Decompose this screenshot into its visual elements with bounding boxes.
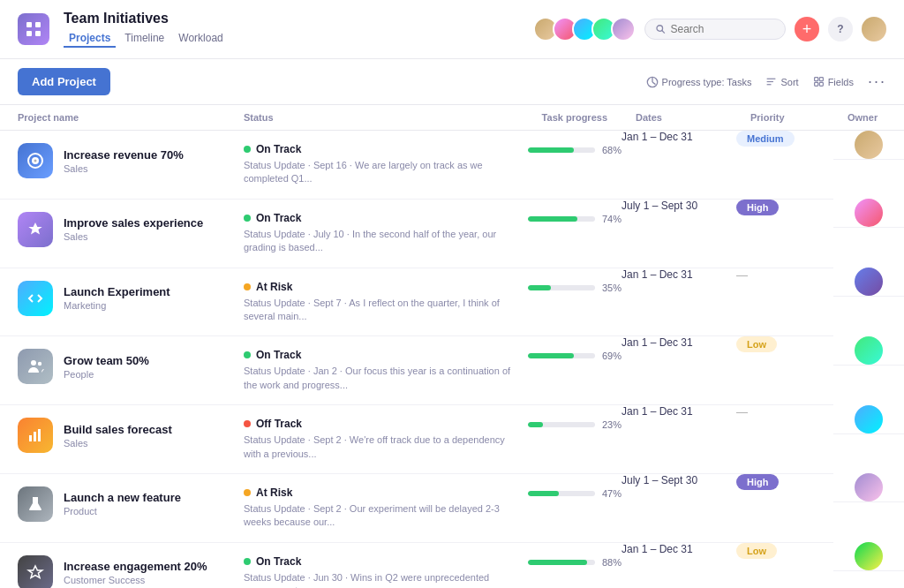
status-update-0: Status Update · Sept 16 · We are largely… [244, 159, 514, 186]
sort-icon [765, 76, 777, 87]
project-cell-3: Grow team 50% People [0, 336, 230, 405]
project-info-4: Build sales forecast Sales [64, 423, 172, 449]
project-cell-5: Launch a new feature Product [0, 473, 230, 542]
project-info-5: Launch a new feature Product [64, 491, 181, 516]
table-row[interactable]: Launch Experiment Marketing At Risk Stat… [0, 268, 904, 336]
toolbar-right: Progress type: Tasks Sort Fields ··· [646, 72, 886, 91]
status-update-1: Status Update · July 10 · In the second … [244, 228, 514, 255]
owner-cell-1 [833, 199, 904, 228]
table-row[interactable]: Increase engagement 20% Customer Success… [0, 542, 904, 588]
progress-pct-5: 47% [602, 488, 622, 499]
owner-avatar-3 [855, 336, 883, 365]
app-title: Team Initiatives [64, 11, 519, 26]
nav-timeline[interactable]: Timeline [119, 30, 170, 48]
progress-bar-bg-2 [528, 285, 595, 290]
svg-rect-20 [34, 432, 36, 441]
fields-label: Fields [828, 77, 854, 87]
project-name-3: Grow team 50% [64, 354, 149, 367]
col-dates: Dates [622, 105, 736, 131]
nav-workload[interactable]: Workload [173, 30, 228, 48]
main-nav: Projects Timeline Workload [64, 30, 519, 48]
search-input[interactable] [671, 23, 774, 35]
col-project-name: Project name [0, 105, 230, 131]
status-dot-6 [244, 558, 251, 565]
project-info-3: Grow team 50% People [64, 354, 149, 380]
priority-badge: High [736, 474, 779, 490]
svg-point-17 [31, 360, 36, 366]
add-button[interactable]: + [795, 17, 819, 41]
table-row[interactable]: Increase revenue 70% Sales On Track Stat… [0, 131, 904, 200]
priority-badge: High [736, 200, 779, 215]
status-badge-1: On Track [244, 212, 514, 224]
owner-avatar-1 [855, 199, 883, 227]
user-avatar[interactable] [862, 17, 886, 41]
progress-bar-fill-0 [528, 147, 574, 153]
nav-projects[interactable]: Projects [64, 30, 116, 48]
fields-action[interactable]: Fields [813, 76, 854, 87]
status-dot-2 [244, 283, 251, 290]
progress-bar-bg-5 [528, 491, 595, 496]
table-row[interactable]: Launch a new feature Product At Risk Sta… [0, 473, 904, 542]
project-cell-1: Improve sales experience Sales [0, 199, 230, 268]
dates-cell-6: Jan 1 – Dec 31 [622, 542, 736, 588]
project-name-5: Launch a new feature [64, 491, 181, 504]
owner-cell-6 [833, 542, 904, 571]
sort-action[interactable]: Sort [765, 76, 798, 87]
owner-avatar-6 [855, 542, 883, 570]
project-info-0: Increase revenue 70% Sales [64, 148, 184, 174]
table-row[interactable]: Improve sales experience Sales On Track … [0, 199, 904, 268]
projects-table: Project name Status Task progress Dates … [0, 105, 904, 588]
project-cell-6: Increase engagement 20% Customer Success [0, 542, 230, 588]
owner-avatar-5 [855, 473, 883, 501]
project-team-4: Sales [64, 438, 172, 449]
svg-line-5 [662, 30, 665, 33]
col-owner: Owner [833, 105, 904, 131]
progress-cell-3: 69% [528, 336, 622, 405]
status-badge-0: On Track [244, 143, 514, 155]
team-avatars [533, 17, 636, 41]
col-task-progress: Task progress [528, 105, 622, 131]
owner-cell-5 [833, 473, 904, 502]
header-right: + ? [533, 17, 886, 41]
status-text-3: On Track [256, 349, 301, 361]
priority-dash: — [736, 405, 748, 418]
project-team-5: Product [64, 506, 181, 516]
status-cell-5: At Risk Status Update · Sept 2 · Our exp… [230, 473, 528, 542]
owner-avatar-0 [855, 131, 883, 159]
table-row[interactable]: Build sales forecast Sales Off Track Sta… [0, 405, 904, 474]
status-cell-4: Off Track Status Update · Sept 2 · We're… [230, 405, 528, 474]
svg-point-16 [34, 160, 37, 162]
status-update-6: Status Update · Jun 30 · Wins in Q2 were… [244, 571, 514, 588]
progress-bar-bg-0 [528, 147, 595, 153]
status-cell-6: On Track Status Update · Jun 30 · Wins i… [230, 542, 528, 588]
progress-pct-4: 23% [602, 419, 622, 430]
help-button[interactable]: ? [828, 17, 853, 41]
progress-type-action[interactable]: Progress type: Tasks [646, 76, 752, 88]
svg-rect-1 [35, 22, 41, 27]
table-header-row: Project name Status Task progress Dates … [0, 105, 904, 131]
project-icon-5 [18, 486, 53, 522]
app-icon [18, 13, 49, 45]
col-status: Status [230, 105, 528, 131]
status-cell-2: At Risk Status Update · Sept 7 · As I re… [230, 268, 528, 336]
priority-cell-5: High [736, 473, 833, 542]
table-row[interactable]: Grow team 50% People On Track Status Upd… [0, 336, 904, 405]
priority-badge: Low [736, 543, 777, 559]
search-box[interactable] [644, 19, 786, 40]
owner-avatar-4 [855, 405, 883, 433]
owner-cell-4 [833, 405, 904, 434]
add-project-button[interactable]: Add Project [18, 68, 110, 95]
avatar-5 [611, 17, 636, 41]
status-text-6: On Track [256, 555, 301, 568]
progress-bar-fill-1 [528, 216, 578, 222]
svg-rect-12 [814, 82, 817, 86]
dates-cell-2: Jan 1 – Dec 31 [622, 268, 736, 336]
sort-label: Sort [780, 77, 798, 87]
status-update-2: Status Update · Sept 7 · As I reflect on… [244, 297, 514, 324]
dates-cell-1: July 1 – Sept 30 [622, 199, 736, 268]
priority-cell-2: — [736, 268, 833, 336]
owner-avatar-2 [855, 268, 883, 296]
svg-point-18 [38, 362, 41, 366]
project-info-1: Improve sales experience Sales [64, 216, 203, 242]
more-options-button[interactable]: ··· [868, 72, 886, 91]
